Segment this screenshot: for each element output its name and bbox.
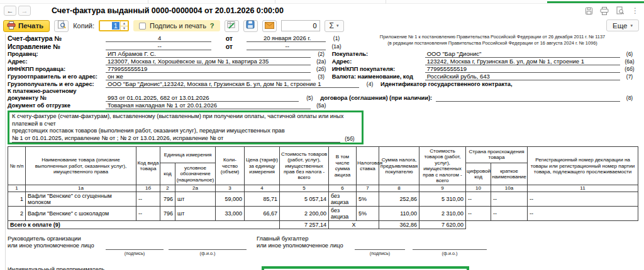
copies-spin-buttons[interactable]: ▲ ▼ — [120, 21, 128, 30]
forward-button[interactable]: → — [18, 6, 31, 16]
cell: 5% — [357, 206, 379, 220]
sign-and-print-checkbox[interactable] — [139, 23, 146, 30]
field-value: 123007, Москва г, Хорошёвское ш, дом № 1… — [106, 58, 311, 65]
cell: шт — [175, 192, 216, 206]
column-number: 11 — [528, 185, 638, 192]
signature-line — [106, 235, 164, 250]
help-link[interactable]: ? — [210, 22, 214, 30]
column-number: 1а — [26, 185, 136, 192]
tab-divider — [275, 0, 275, 4]
head-signature-row: Руководитель организации или иное уполно… — [8, 235, 639, 256]
signature-field: (подпись) — [355, 235, 405, 256]
cell: -- — [136, 206, 160, 220]
regulation-line: Приложение № 1 к постановлению Правитель… — [347, 34, 638, 40]
cell: без акциза — [329, 206, 357, 220]
form-mark: (2) — [311, 51, 332, 58]
column-number: 8 — [379, 185, 419, 192]
print-preview-button[interactable] — [54, 20, 69, 32]
form-mark: (5б) — [340, 136, 359, 143]
edit-form-button[interactable] — [225, 20, 239, 32]
column-numbering-row: 1 1а 1б 2 2а 3 4 5 6 7 8 9 10 10а 11 — [8, 185, 638, 192]
form-mark: (6б) — [620, 66, 639, 73]
signature-line — [169, 235, 247, 250]
field-label: Адрес: — [8, 58, 106, 65]
total-x: X — [329, 220, 379, 229]
form-mark: (3) — [311, 73, 332, 80]
column-header: Страна происхождения товара — [466, 147, 528, 163]
signature-line — [106, 266, 164, 270]
column-number: 2 — [160, 185, 175, 192]
field-value: 993 от 01.01.2025, 682 от 13.01.2026 — [106, 94, 299, 102]
field-label: договора (соглашения) (при наличии): — [320, 95, 436, 102]
address-row: Адрес: 123007, Москва г, Хорошёвское ш, … — [8, 58, 639, 65]
cell: 2 200,00 — [280, 206, 329, 220]
sum-button[interactable]: Σ ▾ — [325, 20, 344, 32]
field-label: Валюта: наименование, код — [332, 73, 425, 80]
sigma-icon: Σ — [330, 21, 334, 30]
spin-up-icon[interactable]: ▲ — [121, 21, 128, 26]
sign-and-print-panel: Подпись и печать ? — [133, 20, 220, 31]
advance-note-line: предстоящих поставок товаров (выполнения… — [12, 127, 359, 135]
cell: -- — [491, 206, 528, 220]
field-value: 123242, Москва г, Грузинская Б. ул, дом … — [425, 58, 620, 65]
cell: -- — [491, 192, 528, 206]
column-number: 9 — [419, 185, 466, 192]
entrepreneur-signature-label: Индивидуальный предприниматель или иное … — [8, 266, 106, 270]
counter-field[interactable]: 0 — [281, 20, 320, 31]
cell: Вафли "Венские" со сгущенным молоком — [26, 192, 136, 206]
field-value: 779955555519 — [106, 65, 311, 73]
table-total-row: Всего к оплате (9) 7 257,14 X 362,86 7 6… — [8, 220, 638, 229]
column-number: 5 — [280, 185, 329, 192]
column-header: Налоговая ставка — [357, 147, 379, 185]
signature-caption: (подпись) — [106, 250, 164, 256]
from-label: от — [211, 35, 247, 42]
spin-down-icon[interactable]: ▼ — [121, 26, 128, 31]
column-number: 10 — [466, 185, 491, 192]
save-file-button[interactable] — [243, 20, 258, 32]
more-button-label: Еще — [613, 22, 627, 30]
form-mark: (2б) — [311, 66, 332, 73]
print-icon[interactable] — [600, 7, 609, 15]
copies-stepper[interactable]: 1 ▲ ▼ — [99, 20, 129, 31]
total-cost-without-tax: 7 257,14 — [280, 220, 329, 229]
copies-value[interactable]: 1 — [100, 21, 120, 30]
column-header: Наименование товара (описание выполненны… — [26, 147, 136, 185]
tab-divider — [148, 0, 148, 4]
column-header: краткое наименование — [491, 163, 528, 185]
field-value: 779955555519 — [425, 65, 620, 73]
signature-caption: (подпись) — [355, 250, 405, 256]
spacer — [466, 220, 638, 229]
correction-row: Исправление № -- от -- (1а) — [8, 42, 347, 50]
print-button[interactable]: Печать — [3, 20, 50, 32]
total-tax-amount: 362,86 — [379, 220, 419, 229]
signature-field: (подпись) — [106, 266, 164, 270]
signature-line — [355, 235, 405, 250]
cell: 66,67 — [245, 206, 280, 220]
cell: 33,000 — [216, 206, 245, 220]
field-label: Документ об отгрузке — [8, 102, 106, 109]
signature-caption: (ф.и.о.) — [169, 250, 247, 256]
preview-icon[interactable] — [616, 6, 625, 15]
cell: -- — [466, 192, 491, 206]
column-number: 3 — [216, 185, 245, 192]
save-icon[interactable] — [585, 7, 593, 15]
field-label: К платежно-расчетному документу № — [8, 88, 106, 102]
back-button[interactable]: ← — [4, 6, 16, 16]
field-value: Товарная накладная № 1 от 20.01.2026 — [106, 102, 311, 109]
send-email-button[interactable] — [262, 20, 277, 32]
invoice-date-value: 20 января 2026 г. — [247, 35, 326, 42]
tab-strip — [0, 0, 644, 4]
title-bar: ← → Счет-фактура выданный 0000-0000004 о… — [0, 4, 644, 18]
cell: -- — [528, 206, 638, 220]
back-icon: ← — [7, 7, 14, 14]
name-field: (ф.и.о.) — [169, 235, 247, 256]
more-button[interactable]: Еще ▾ — [606, 19, 639, 31]
correction-number-value: -- — [106, 43, 211, 50]
more-menu-icon[interactable]: ⋮ — [631, 6, 639, 15]
form-mark: (2а) — [311, 58, 332, 65]
signatures-section: Руководитель организации или иное уполно… — [8, 235, 639, 270]
advance-note-box: К счету-фактуре (счетам-фактурам), выста… — [8, 111, 364, 144]
cell: 2 — [8, 206, 26, 220]
total-label: Всего к оплате (9) — [8, 220, 280, 229]
tab-divider — [386, 0, 386, 4]
